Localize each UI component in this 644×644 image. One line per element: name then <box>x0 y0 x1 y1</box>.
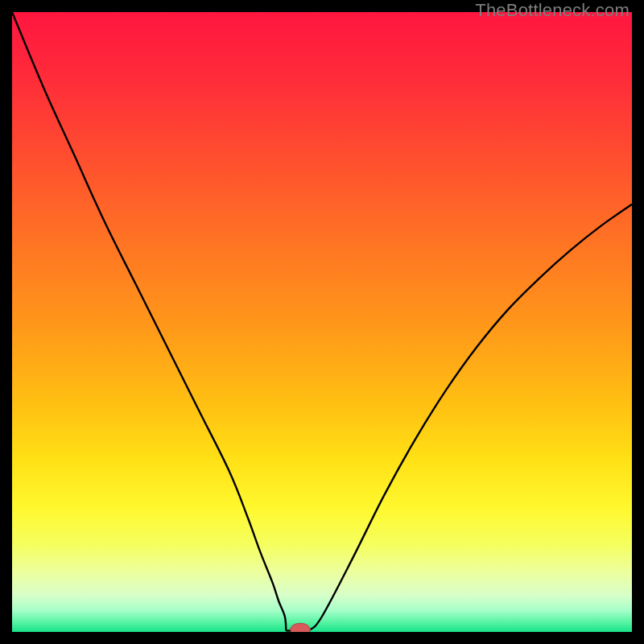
bottleneck-chart <box>12 12 632 632</box>
watermark-text: TheBottleneck.com <box>475 0 630 21</box>
gradient-background <box>12 12 632 632</box>
chart-frame <box>12 12 632 632</box>
